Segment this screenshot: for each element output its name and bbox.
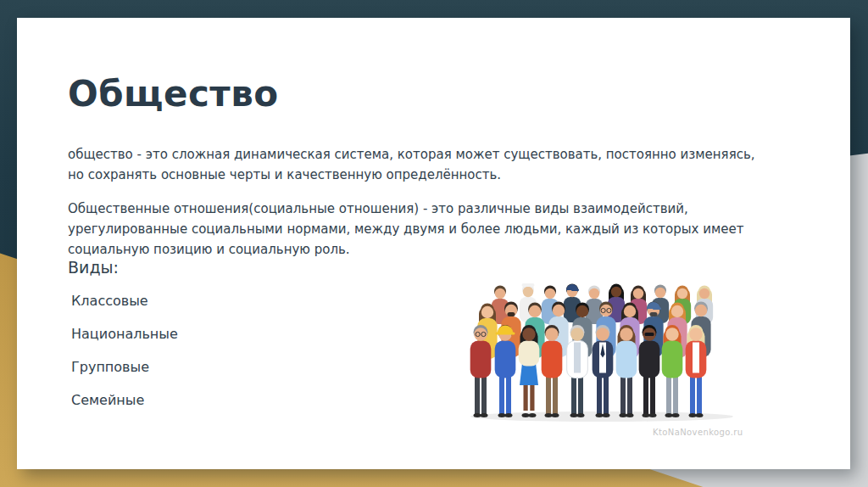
person-figure: [686, 325, 707, 417]
person-figure: [662, 325, 683, 417]
slide-canvas: Общество общество - это сложная динамиче…: [17, 18, 850, 469]
slide-title: Общество: [68, 72, 279, 117]
crowd-illustration: KtoNaNovenkogo.ru: [462, 270, 742, 455]
definition-paragraph: общество - это сложная динамическая сист…: [68, 144, 839, 185]
list-heading: Виды:: [68, 256, 119, 278]
list-item: Национальные: [71, 327, 178, 341]
crowd-illustration-svg: [462, 270, 742, 423]
watermark-text: KtoNaNovenkogo.ru: [653, 428, 743, 437]
kinds-list: Классовые Национальные Групповые Семейны…: [71, 294, 178, 426]
list-item: Классовые: [71, 294, 178, 308]
relations-paragraph: Общественные отношения(социальные отноше…: [68, 199, 839, 260]
person-figure: [564, 284, 581, 323]
list-item: Групповые: [71, 360, 178, 374]
person-figure: [616, 325, 637, 417]
person-figure: [519, 325, 540, 417]
list-item: Семейные: [71, 393, 178, 407]
